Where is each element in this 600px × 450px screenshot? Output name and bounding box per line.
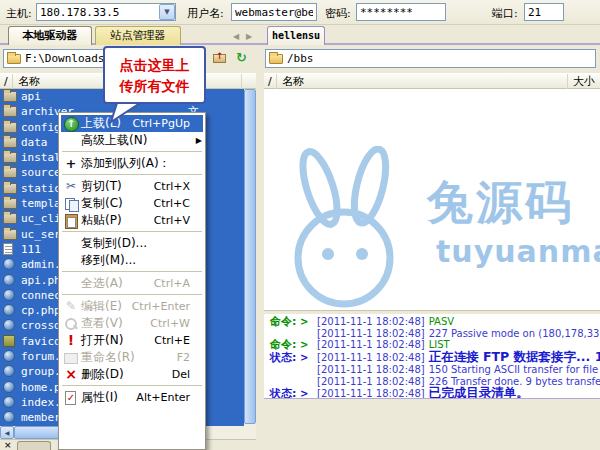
context-menu-item[interactable]: ! 打开(N) Ctrl+E [59, 332, 205, 349]
remote-name-column[interactable]: 名称 [278, 74, 568, 89]
file-type-icon [3, 350, 15, 362]
file-type-icon [3, 381, 15, 393]
menu-item-shortcut: Ctrl+A [154, 277, 190, 290]
menu-item-icon [61, 316, 81, 331]
menu-item-shortcut: Ctrl+C [154, 197, 190, 210]
menu-separator [62, 174, 202, 176]
file-name: config [21, 120, 61, 135]
scrollbar-thumb[interactable] [244, 89, 256, 424]
context-menu-item[interactable]: 高级上载(N) ▶ [59, 132, 205, 149]
log-entry-timestamp: [2011-11-1 18:02:48] [317, 328, 425, 340]
tab-scroll-right-icon[interactable]: ▶ [246, 32, 252, 41]
context-menu-item[interactable]: ✂ 剪切(T) Ctrl+X [59, 178, 205, 195]
context-menu-item[interactable]: 全选(A) Ctrl+A [59, 275, 205, 292]
log-entry-message: 150 Starting ASCII transfer for file lis [429, 364, 600, 376]
file-name: static [21, 181, 61, 196]
context-menu-item[interactable]: + 添加到队列(A)： [59, 155, 205, 172]
log-entry-timestamp: [2011-11-1 18:02:48] [317, 339, 425, 351]
context-menu-item[interactable]: ✎ 编辑(E) Ctrl+Enter [59, 298, 205, 315]
ftp-log: 命令: > [2011-11-1 18:02:48] PASV [2011-11… [264, 314, 600, 398]
log-entry-message: 正在连接 FTP 数据套接字... 1 [429, 351, 600, 363]
close-icon[interactable]: × [4, 440, 12, 450]
menu-item-shortcut: Alt+Enter [136, 391, 190, 404]
chevron-down-icon[interactable]: ▼ [159, 4, 175, 20]
context-menu-item[interactable]: 移到(M)... [59, 252, 205, 269]
menu-separator [62, 151, 202, 153]
tab-site-manager[interactable]: 站点管理器 [95, 26, 181, 45]
menu-item-label: 属性(I) [81, 389, 136, 406]
file-type-icon [3, 319, 15, 331]
path-row: F:\Downloads\Discuz_X ↑ ↻ /bbs [0, 45, 600, 72]
menu-item-icon: ↑ [61, 116, 81, 131]
password-label: 密码: [325, 6, 351, 21]
remote-root-column[interactable]: / [264, 74, 277, 89]
remote-path-text: /bbs [287, 52, 314, 65]
callout-line2: 传所有文件 [105, 76, 204, 97]
context-menu-item[interactable]: 复制到(D)... [59, 235, 205, 252]
folder-up-icon[interactable]: ↑ [212, 51, 229, 66]
log-entry-label: 命令: [264, 316, 300, 328]
file-type-icon [3, 243, 13, 255]
callout-tail [108, 101, 146, 125]
context-menu-item[interactable]: 粘贴(P) Ctrl+V [59, 212, 205, 229]
host-input[interactable] [36, 3, 176, 21]
panel-splitter[interactable] [256, 45, 264, 450]
menu-item-icon [61, 133, 81, 148]
log-entry-timestamp: [2011-11-1 18:02:48] [317, 316, 425, 328]
log-entry-message: PASV [429, 316, 454, 328]
tab-local-drives[interactable]: 本地驱动器 [8, 26, 92, 45]
context-menu-item[interactable]: 重命名(R) F2 [59, 349, 205, 366]
context-menu-item[interactable]: 查看(V) Ctrl+W [59, 315, 205, 332]
menu-item-label: 移到(M)... [81, 252, 190, 269]
log-entry: 命令: > [2011-11-1 18:02:48] PASV [264, 316, 600, 328]
menu-item-label: 查看(V) [81, 315, 150, 332]
file-type-icon [3, 198, 17, 209]
log-entry-message: 已完成目录清单。 [429, 387, 529, 398]
file-type-icon [3, 106, 17, 117]
file-name: source [21, 165, 61, 180]
refresh-icon[interactable]: ↻ [233, 51, 250, 66]
tab-strip: 本地驱动器 站点管理器 ◀ ▶ hellensu [0, 25, 600, 45]
file-type-icon [3, 335, 15, 347]
file-name: data [21, 135, 48, 150]
log-entry-timestamp: [2011-11-1 18:02:48] [317, 364, 425, 376]
file-type-icon [3, 274, 15, 286]
context-menu-item[interactable]: ✓ 属性(I) Alt+Enter [59, 389, 205, 406]
file-name: 111 [21, 242, 41, 257]
menu-separator [62, 294, 202, 296]
file-type-icon [3, 213, 17, 224]
scroll-left-icon[interactable]: ◀ [0, 426, 14, 439]
bottom-pane-tab[interactable] [17, 441, 51, 450]
log-entry: 状态: > [2011-11-1 18:02:48] 已完成目录清单。 [264, 387, 600, 398]
file-type-icon [3, 258, 15, 270]
log-entry: [2011-11-1 18:02:48] 150 Starting ASCII … [264, 364, 600, 376]
port-input[interactable] [524, 3, 564, 21]
menu-item-shortcut: Ctrl+V [154, 214, 190, 227]
username-input[interactable] [231, 3, 317, 21]
remote-file-list[interactable] [264, 89, 600, 310]
context-menu-item[interactable]: × 删除(D) Del [59, 366, 205, 383]
tab-remote-site[interactable]: hellensu [267, 26, 325, 45]
menu-item-shortcut: Ctrl+W [150, 317, 190, 330]
remote-path-field[interactable]: /bbs [265, 49, 596, 68]
log-entry-label: 命令: [264, 339, 300, 351]
password-input[interactable] [356, 3, 446, 21]
host-combo[interactable]: ▼ [36, 3, 176, 21]
local-vertical-scrollbar[interactable] [244, 89, 256, 426]
menu-item-icon [61, 213, 81, 228]
file-type-icon [3, 137, 17, 148]
remote-size-column[interactable]: 大小 [569, 74, 600, 89]
tab-scroll-left-icon[interactable]: ◀ [233, 32, 239, 41]
local-root-column[interactable]: / [0, 74, 13, 89]
context-menu-item[interactable]: 复制(C) Ctrl+C [59, 195, 205, 212]
file-type-icon [3, 167, 17, 178]
context-menu: ↑ 上载(L) Ctrl+PgUp 高级上载(N) ▶ + 添加到队列(A)： … [58, 112, 206, 450]
menu-item-shortcut: Ctrl+E [154, 334, 190, 347]
menu-item-label: 复制到(D)... [81, 235, 190, 252]
menu-item-icon [61, 236, 81, 251]
log-entry-timestamp: [2011-11-1 18:02:48] [317, 376, 425, 388]
log-entry-arrow: > [300, 339, 317, 351]
file-type-icon [3, 91, 17, 102]
menu-item-label: 剪切(T) [81, 178, 154, 195]
log-entry-timestamp: [2011-11-1 18:02:48] [317, 388, 425, 398]
